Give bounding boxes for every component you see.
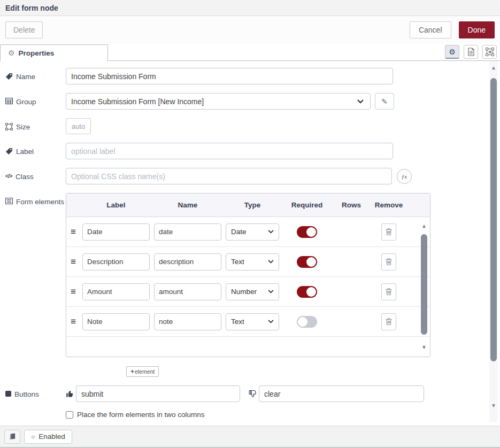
label-label: Label [5, 143, 66, 157]
name-input[interactable] [66, 68, 393, 84]
element-label-input[interactable] [82, 223, 150, 241]
header-required: Required [279, 201, 335, 209]
label-input[interactable] [66, 143, 393, 159]
element-type-select[interactable]: Number [226, 283, 279, 300]
element-label-input[interactable] [82, 283, 150, 300]
drag-handle-icon[interactable]: ≡ [71, 257, 82, 266]
dialog-footer: ○ Enabled [0, 426, 500, 447]
fx-expression-button[interactable]: ƒx [397, 169, 412, 184]
square-icon [5, 391, 11, 397]
dialog-header: Edit form node [0, 0, 500, 16]
gear-icon: ⚙ [449, 48, 456, 56]
drag-handle-icon[interactable]: ≡ [71, 317, 82, 326]
header-remove: Remove [368, 201, 410, 209]
two-columns-checkbox[interactable] [66, 411, 73, 419]
trash-icon [385, 228, 393, 236]
group-row: Group Income Submission Form [New Income… [5, 93, 486, 110]
class-label: </> Class [5, 168, 66, 182]
scroll-up-arrow[interactable]: ▲ [489, 65, 498, 71]
size-row: Size auto [5, 118, 486, 134]
tab-properties[interactable]: ⚙ Properties [0, 44, 108, 61]
pencil-icon: ✎ [381, 97, 388, 106]
properties-tab-button[interactable]: ⚙ [445, 45, 459, 59]
description-tab-button[interactable] [464, 45, 478, 59]
clear-button-label-input[interactable] [259, 385, 424, 402]
dialog-title: Edit form node [5, 4, 58, 12]
appearance-icon [486, 48, 494, 56]
size-auto-button[interactable]: auto [66, 118, 91, 134]
tag-icon [5, 73, 13, 80]
element-type-select[interactable]: Text [226, 313, 279, 330]
trash-icon [385, 258, 393, 266]
table-icon [5, 98, 13, 104]
two-columns-row: Place the form elements in two columns [66, 411, 486, 419]
remove-element-button[interactable] [381, 283, 396, 300]
required-toggle[interactable] [297, 286, 317, 298]
submit-button-label-input[interactable] [76, 385, 240, 402]
element-label-input[interactable] [82, 313, 150, 330]
header-label: Label [82, 201, 150, 209]
book-icon [9, 433, 16, 440]
class-input[interactable] [66, 168, 392, 184]
scrollbar-thumb[interactable] [421, 234, 427, 335]
remove-element-button[interactable] [381, 253, 396, 271]
buttons-row: Buttons [5, 385, 486, 402]
drag-handle-icon[interactable]: ≡ [71, 227, 82, 236]
done-button[interactable]: Done [459, 21, 495, 38]
header-type: Type [226, 201, 279, 209]
element-type-select[interactable]: Date [226, 223, 279, 241]
header-name: Name [154, 201, 221, 209]
elements-table: Label Name Type Required Rows Remove ≡ [66, 193, 430, 357]
node-help-button[interactable] [4, 430, 20, 444]
scroll-down-arrow[interactable]: ▼ [489, 403, 498, 408]
elements-table-header: Label Name Type Required Rows Remove [66, 194, 430, 217]
form-elements-label: Form elements [5, 193, 66, 207]
drag-handle-icon[interactable]: ≡ [71, 287, 82, 296]
scroll-up-arrow[interactable]: ▲ [420, 223, 428, 229]
group-select[interactable]: Income Submission Form [New Income] [66, 93, 371, 110]
tag-icon [5, 148, 13, 155]
tab-bar: ⚙ Properties ⚙ [0, 44, 500, 61]
element-label-input[interactable] [82, 253, 150, 271]
element-name-input[interactable] [154, 253, 221, 271]
scroll-down-arrow[interactable]: ▼ [420, 345, 428, 350]
required-toggle[interactable] [297, 256, 317, 268]
size-label: Size [5, 118, 66, 133]
chevron-down-icon [268, 260, 274, 264]
element-name-input[interactable] [154, 313, 221, 330]
table-row: ≡ Date [66, 217, 430, 247]
list-icon [5, 198, 13, 204]
thumbs-up-icon [66, 390, 74, 398]
group-label: Group [5, 93, 66, 107]
element-type-select[interactable]: Text [226, 253, 279, 271]
chevron-down-icon [268, 290, 274, 293]
delete-button[interactable]: Delete [5, 21, 43, 38]
remove-element-button[interactable] [381, 223, 396, 241]
trash-icon [385, 288, 393, 296]
add-element-button[interactable]: + element [126, 366, 159, 377]
required-toggle[interactable] [297, 226, 317, 238]
trash-icon [385, 318, 393, 326]
element-name-input[interactable] [154, 223, 221, 241]
enabled-toggle-button[interactable]: ○ Enabled [24, 430, 72, 444]
code-icon: </> [5, 173, 12, 181]
scrollbar-thumb[interactable] [490, 78, 497, 361]
element-name-input[interactable] [154, 283, 221, 300]
tab-icon-buttons: ⚙ [445, 45, 497, 59]
name-label: Name [5, 68, 66, 82]
two-columns-label: Place the form elements in two columns [77, 411, 205, 419]
remove-element-button[interactable] [381, 313, 396, 330]
elements-table-body: ≡ Date [66, 217, 430, 357]
edit-group-button[interactable]: ✎ [375, 93, 394, 110]
thumbs-down-icon [249, 390, 257, 398]
cancel-button[interactable]: Cancel [410, 21, 451, 38]
main-scrollbar: ▲ ▼ [489, 61, 498, 422]
table-scrollbar: ▲ ▼ [420, 219, 428, 354]
dialog-toolbar: Delete Cancel Done [0, 16, 500, 44]
tab-properties-label: Properties [19, 49, 55, 57]
appearance-tab-button[interactable] [482, 45, 497, 59]
properties-panel: Name Group Income Submission Form [New I… [0, 61, 500, 427]
buttons-label: Buttons [5, 385, 66, 400]
required-toggle[interactable] [297, 316, 317, 328]
form-elements-row: Form elements Label Name Type Required R… [5, 193, 486, 377]
